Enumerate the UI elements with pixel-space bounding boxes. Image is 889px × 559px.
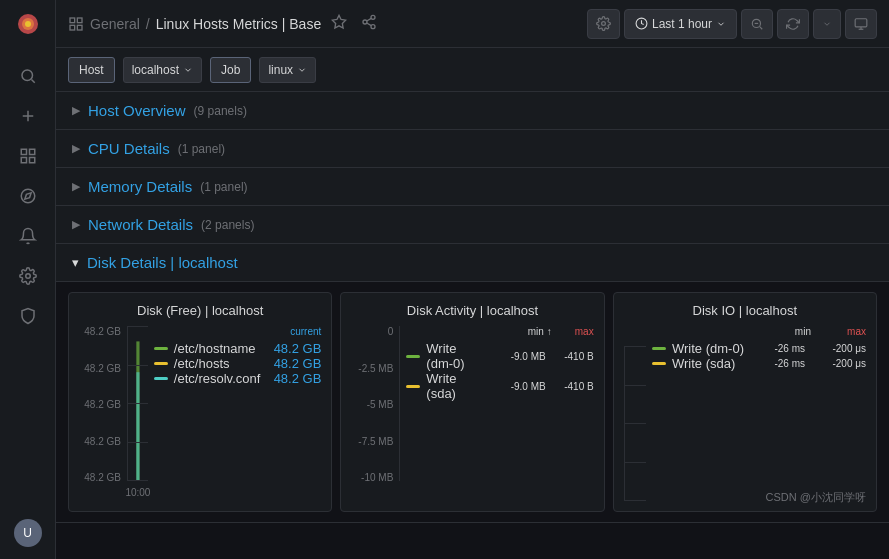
watermark: CSDN @小沈同学呀 (766, 490, 866, 505)
time-range-label: Last 1 hour (652, 17, 712, 31)
caret-icon: ▶ (72, 142, 80, 155)
x-label-panel1: 10:00 (125, 487, 150, 498)
legend-item-io-dm0: Write (dm-0) -26 ms -200 μs (652, 341, 866, 356)
disk-details-section: ▾ Disk Details | localhost Disk (Free) |… (56, 244, 889, 523)
host-overview-section[interactable]: ▶ Host Overview (9 panels) (56, 92, 889, 130)
refresh-dropdown-button[interactable] (813, 9, 841, 39)
cpu-details-section[interactable]: ▶ CPU Details (1 panel) (56, 130, 889, 168)
settings-button[interactable] (587, 9, 620, 39)
legend-color-resolv (154, 377, 168, 380)
svg-point-24 (602, 22, 606, 26)
panel3-legend: min max Write (dm-0) -26 ms -200 μs (652, 326, 866, 501)
shield-icon[interactable] (8, 298, 48, 334)
alerting-icon[interactable] (8, 218, 48, 254)
tv-mode-button[interactable] (845, 9, 877, 39)
explore-icon[interactable] (8, 178, 48, 214)
max-header-panel2: max (552, 326, 594, 337)
grid-icon (68, 16, 84, 32)
disk-section-header[interactable]: ▾ Disk Details | localhost (56, 244, 889, 282)
time-range-button[interactable]: Last 1 hour (624, 9, 737, 39)
breadcrumb: General / Linux Hosts Metrics | Base (68, 10, 579, 37)
svg-point-21 (371, 25, 375, 29)
legend-item-sda: Write (sda) -9.0 MB -410 B (406, 371, 593, 401)
section-title: Host Overview (88, 102, 186, 119)
svg-line-23 (367, 18, 372, 21)
breadcrumb-title: Linux Hosts Metrics | Base (156, 16, 321, 32)
svg-point-13 (25, 274, 30, 279)
topbar: General / Linux Hosts Metrics | Base (56, 0, 889, 48)
legend-color-dm0 (406, 355, 420, 358)
legend-item-resolv: /etc/resolv.conf 48.2 GB (154, 371, 321, 386)
settings-icon[interactable] (8, 258, 48, 294)
disk-activity-panel: Disk Activity | localhost 0 -2.5 MB -5 M… (340, 292, 604, 512)
svg-rect-15 (77, 18, 82, 23)
svg-point-2 (25, 21, 31, 27)
section-title: Memory Details (88, 178, 192, 195)
search-icon[interactable] (8, 58, 48, 94)
filterbar: Host localhost Job linux (56, 48, 889, 92)
svg-rect-7 (21, 149, 26, 154)
panel-count: (9 panels) (194, 104, 247, 118)
svg-rect-33 (136, 372, 139, 480)
network-details-section[interactable]: ▶ Network Details (2 panels) (56, 206, 889, 244)
y-axis-panel2: 0 -2.5 MB -5 MB -7.5 MB -10 MB (351, 326, 393, 501)
panel2-title: Disk Activity | localhost (351, 303, 593, 318)
svg-point-19 (371, 15, 375, 19)
disk-section-title: Disk Details | localhost (87, 254, 238, 271)
legend-item-io-sda: Write (sda) -26 ms -200 μs (652, 356, 866, 371)
svg-rect-16 (70, 25, 75, 30)
svg-line-4 (31, 79, 34, 82)
refresh-button[interactable] (777, 9, 809, 39)
dashboard-content: ▶ Host Overview (9 panels) ▶ CPU Details… (56, 92, 889, 559)
panel-count: (1 panel) (178, 142, 225, 156)
legend-color-io-dm0 (652, 347, 666, 350)
localhost-dropdown[interactable]: localhost (123, 57, 202, 83)
disk-free-panel: Disk (Free) | localhost 48.2 GB 48.2 GB … (68, 292, 332, 512)
svg-marker-12 (24, 193, 30, 199)
expanded-caret-icon: ▾ (72, 255, 79, 270)
panel1-title: Disk (Free) | localhost (79, 303, 321, 318)
section-title: Network Details (88, 216, 193, 233)
caret-icon: ▶ (72, 218, 80, 231)
main-content: General / Linux Hosts Metrics | Base (56, 0, 889, 559)
chevron-down-icon (183, 65, 193, 75)
app-logo[interactable] (12, 8, 44, 40)
linux-dropdown[interactable]: linux (259, 57, 316, 83)
dashboards-icon[interactable] (8, 138, 48, 174)
legend-item-hosts: /etc/hosts 48.2 GB (154, 356, 321, 371)
current-header: current (266, 326, 321, 337)
panel1-legend: current /etc/hostname 48.2 GB /etc/hosts… (154, 326, 321, 501)
panel-count: (1 panel) (200, 180, 247, 194)
svg-point-3 (22, 70, 33, 81)
panel-count: (2 panels) (201, 218, 254, 232)
job-tag[interactable]: Job (210, 57, 251, 83)
avatar[interactable]: U (14, 519, 42, 547)
y-axis-panel1: 48.2 GB 48.2 GB 48.2 GB 48.2 GB 48.2 GB (79, 326, 121, 501)
memory-details-section[interactable]: ▶ Memory Details (1 panel) (56, 168, 889, 206)
section-title: CPU Details (88, 140, 170, 157)
legend-item-dm0: Write (dm-0) -9.0 MB -410 B (406, 341, 593, 371)
svg-point-11 (21, 189, 35, 203)
chevron-down-icon (716, 19, 726, 29)
legend-color-hosts (154, 362, 168, 365)
host-tag[interactable]: Host (68, 57, 115, 83)
svg-rect-29 (855, 18, 867, 26)
caret-icon: ▶ (72, 180, 80, 193)
share-icon[interactable] (357, 10, 381, 37)
svg-point-20 (363, 20, 367, 24)
star-icon[interactable] (327, 10, 351, 37)
sidebar: U (0, 0, 56, 559)
panel2-legend: min ↑ max Write (dm-0) -9.0 MB -410 B (406, 326, 593, 501)
caret-icon: ▶ (72, 104, 80, 117)
svg-rect-9 (21, 158, 26, 163)
legend-color-hostname (154, 347, 168, 350)
svg-rect-14 (70, 18, 75, 23)
svg-line-27 (760, 26, 763, 29)
zoom-out-button[interactable] (741, 9, 773, 39)
breadcrumb-separator: / (146, 16, 150, 32)
chevron-down-icon2 (297, 65, 307, 75)
breadcrumb-general[interactable]: General (90, 16, 140, 32)
add-icon[interactable] (8, 98, 48, 134)
legend-color-sda (406, 385, 420, 388)
legend-item-hostname: /etc/hostname 48.2 GB (154, 341, 321, 356)
